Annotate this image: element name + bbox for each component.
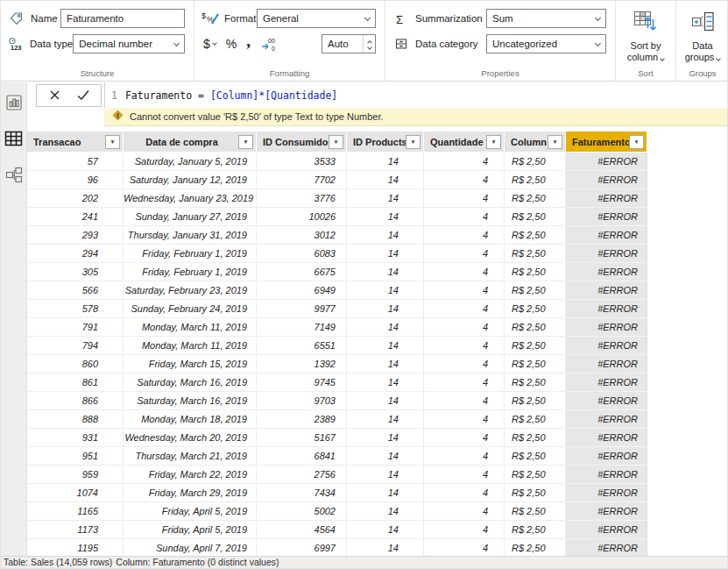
table-cell[interactable]: 202: [27, 189, 124, 208]
table-cell[interactable]: 14: [347, 226, 424, 245]
table-cell[interactable]: 305: [27, 263, 124, 281]
column-header-quantidade[interactable]: Quantidade ▾: [424, 132, 504, 152]
table-cell[interactable]: #ERROR: [566, 337, 647, 355]
report-view-button[interactable]: [4, 93, 24, 112]
table-cell[interactable]: 14: [347, 245, 424, 263]
stepper-arrows[interactable]: [363, 35, 375, 53]
table-cell[interactable]: 866: [27, 392, 124, 410]
table-cell[interactable]: #ERROR: [566, 318, 647, 337]
table-cell[interactable]: 14: [347, 373, 424, 392]
table-cell[interactable]: R$ 2,50: [505, 189, 566, 208]
table-cell[interactable]: 4: [424, 521, 505, 539]
filter-dropdown-icon[interactable]: ▾: [105, 135, 120, 149]
table-cell[interactable]: 4: [424, 318, 505, 337]
table-cell[interactable]: R$ 2,50: [505, 410, 566, 429]
table-cell[interactable]: Friday, April 5, 2019: [124, 502, 257, 521]
summarization-dropdown[interactable]: Sum: [486, 9, 606, 28]
table-cell[interactable]: 57: [27, 153, 124, 171]
table-cell[interactable]: 4: [424, 355, 505, 373]
table-cell[interactable]: Friday, April 5, 2019: [124, 521, 257, 539]
table-cell[interactable]: R$ 2,50: [505, 447, 566, 466]
table-cell[interactable]: #ERROR: [566, 208, 647, 226]
thousands-separator-button[interactable]: ,: [246, 37, 251, 46]
table-cell[interactable]: #ERROR: [566, 373, 647, 392]
table-cell[interactable]: Thursday, January 31, 2019: [124, 226, 257, 245]
table-cell[interactable]: Thursday, March 21, 2019: [124, 447, 257, 466]
table-cell[interactable]: 4: [424, 410, 505, 429]
table-cell[interactable]: R$ 2,50: [505, 466, 566, 484]
table-cell[interactable]: 4: [424, 539, 505, 558]
table-cell[interactable]: 888: [27, 410, 124, 429]
table-cell[interactable]: 14: [347, 189, 424, 208]
table-cell[interactable]: 1195: [27, 539, 124, 558]
table-cell[interactable]: 10026: [257, 208, 347, 226]
table-cell[interactable]: 4: [424, 429, 505, 447]
table-cell[interactable]: #ERROR: [566, 226, 647, 245]
table-cell[interactable]: #ERROR: [566, 355, 647, 373]
filter-dropdown-icon[interactable]: ▾: [238, 135, 253, 149]
filter-dropdown-icon[interactable]: ▾: [548, 135, 562, 149]
table-cell[interactable]: 566: [27, 281, 124, 300]
table-cell[interactable]: R$ 2,50: [505, 392, 566, 410]
table-cell[interactable]: #ERROR: [566, 171, 647, 189]
table-cell[interactable]: Saturday, February 23, 2019: [124, 281, 257, 300]
data-groups-button[interactable]: Data groups: [676, 7, 728, 63]
cancel-formula-icon[interactable]: [44, 86, 65, 105]
table-cell[interactable]: Friday, February 1, 2019: [124, 245, 257, 263]
filter-dropdown-icon[interactable]: ▾: [406, 135, 421, 149]
table-cell[interactable]: Monday, March 18, 2019: [124, 410, 257, 429]
table-cell[interactable]: 1392: [257, 355, 347, 373]
table-cell[interactable]: 4: [424, 484, 505, 502]
table-cell[interactable]: R$ 2,50: [505, 153, 566, 171]
table-cell[interactable]: 5002: [257, 502, 347, 521]
table-cell[interactable]: 4: [424, 392, 505, 410]
table-cell[interactable]: 2389: [257, 410, 347, 429]
table-cell[interactable]: #ERROR: [566, 447, 647, 466]
table-cell[interactable]: 3776: [257, 189, 347, 208]
table-cell[interactable]: 3012: [257, 226, 347, 245]
table-cell[interactable]: 6997: [257, 539, 347, 558]
data-category-dropdown[interactable]: Uncategorized: [486, 34, 606, 53]
table-cell[interactable]: R$ 2,50: [505, 300, 566, 318]
column-header-faturamento-selected[interactable]: Faturamento ▾: [566, 132, 647, 152]
table-cell[interactable]: #ERROR: [566, 429, 647, 447]
table-cell[interactable]: Saturday, March 16, 2019: [124, 373, 257, 392]
table-cell[interactable]: 6841: [257, 447, 347, 466]
filter-dropdown-icon[interactable]: ▾: [329, 135, 343, 149]
table-cell[interactable]: R$ 2,50: [505, 208, 566, 226]
table-cell[interactable]: Saturday, January 12, 2019: [124, 171, 257, 189]
column-header-transacao[interactable]: Transacao ▾: [27, 132, 123, 152]
table-cell[interactable]: Wednesday, January 23, 2019: [124, 189, 257, 208]
table-cell[interactable]: 14: [347, 521, 424, 539]
table-cell[interactable]: 96: [27, 171, 124, 189]
table-cell[interactable]: R$ 2,50: [505, 263, 566, 281]
table-cell[interactable]: R$ 2,50: [505, 429, 566, 447]
table-cell[interactable]: 14: [347, 153, 424, 171]
column-header-data-de-compra[interactable]: Data de compra ▾: [124, 132, 256, 152]
table-cell[interactable]: 4: [424, 245, 505, 263]
table-cell[interactable]: Saturday, January 5, 2019: [124, 153, 257, 171]
sort-by-column-button[interactable]: Sort by column: [616, 7, 675, 63]
table-cell[interactable]: 578: [27, 300, 124, 318]
table-cell[interactable]: 293: [27, 226, 124, 245]
table-cell[interactable]: #ERROR: [566, 484, 647, 502]
table-cell[interactable]: 1074: [27, 484, 124, 502]
table-cell[interactable]: 14: [347, 318, 424, 337]
table-cell[interactable]: 4: [424, 208, 505, 226]
table-cell[interactable]: #ERROR: [566, 502, 647, 521]
table-cell[interactable]: 951: [27, 447, 124, 466]
table-cell[interactable]: #ERROR: [566, 539, 647, 558]
table-cell[interactable]: #ERROR: [566, 263, 647, 281]
table-cell[interactable]: Wednesday, March 20, 2019: [124, 429, 257, 447]
table-cell[interactable]: 860: [27, 355, 124, 373]
table-cell[interactable]: 791: [27, 318, 124, 337]
column-header-id-products[interactable]: ID Products ▾: [347, 132, 423, 152]
currency-format-button[interactable]: $: [203, 37, 216, 51]
table-cell[interactable]: 9703: [257, 392, 347, 410]
table-cell[interactable]: 14: [347, 171, 424, 189]
table-cell[interactable]: 294: [27, 245, 124, 263]
table-cell[interactable]: 3533: [257, 153, 347, 171]
data-view-button[interactable]: [4, 129, 24, 148]
table-cell[interactable]: Sunday, February 24, 2019: [124, 300, 257, 318]
table-cell[interactable]: R$ 2,50: [505, 521, 566, 539]
